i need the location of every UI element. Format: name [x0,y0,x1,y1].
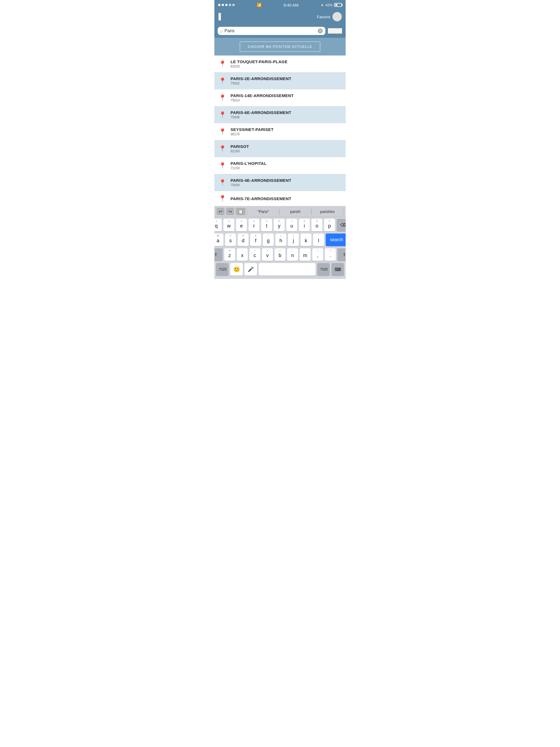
result-name: LE TOUQUET-PARIS-PLAGE [230,59,288,64]
pin-icon: 📍 [219,179,226,186]
pin-icon: 📍 [219,60,226,68]
shift-key[interactable]: ⇧ [214,248,223,261]
suggestion-2[interactable]: parish [279,208,311,215]
pin-icon: 📍 [219,128,226,135]
key-l[interactable]: "l [313,233,324,246]
result-text: PARISOT 82160 [230,144,249,153]
battery-percent: 42% [325,3,332,7]
result-name: PARIS-14E-ARRONDISSEMENT [230,93,294,98]
numbers-key-left[interactable]: .?123 [216,263,229,276]
key-v[interactable]: =v [262,248,273,261]
keyboard-row-3: ⇧ %z -x +c =v /b ;n :m !, ?. ⇧ [215,248,345,261]
key-question[interactable]: ?. [325,248,336,261]
back-button[interactable]: ‹ [218,12,221,21]
signal-dot-1 [218,4,221,6]
numbers-key-right[interactable]: .?123 [317,263,330,276]
key-i[interactable]: 8i [299,219,310,231]
result-name: PARISOT [230,144,249,149]
key-r[interactable]: 4r [249,219,259,231]
key-m[interactable]: :m [300,248,311,261]
result-item[interactable]: 📍 PARIS-14E-ARRONDISSEMENT 75014 [214,89,346,106]
key-a[interactable]: @a [214,233,223,246]
key-e[interactable]: 3e [236,219,247,231]
key-n[interactable]: ;n [287,248,298,261]
position-section: CHOISIR MA POSITON ACTUELLE [214,38,346,55]
result-name: PARIS-7E-ARRONDISSEMENT [230,196,291,201]
clear-button[interactable]: ✕ [318,28,323,33]
suggestion-3[interactable]: parishes [311,208,343,215]
key-g[interactable]: *g [263,233,274,246]
result-item[interactable]: 📍 PARISOT 82160 [214,140,346,157]
key-d[interactable]: $d [238,233,249,246]
result-item[interactable]: 📍 LE TOUQUET-PARIS-PLAGE 62520 [214,55,346,73]
key-q[interactable]: 1q [214,219,222,231]
result-item[interactable]: 📍 PARIS-6E-ARRONDISSEMENT 75006 [214,106,346,123]
search-input[interactable] [225,28,316,33]
result-name: PARIS-6E-ARRONDISSEMENT [230,110,291,115]
keyboard-area: ↩ ↪ 📋 "Paris" parish parishes 1q 2w 3e 4… [214,206,346,279]
result-text: PARIS-7E-ARRONDISSEMENT [230,196,291,201]
key-w[interactable]: 2w [223,219,234,231]
keyboard-row-1: 1q 2w 3e 4r 5t 6y 7u 8i 9o 0p ⌫ [215,219,345,231]
result-name: PARIS-2E-ARRONDISSEMENT [230,76,291,81]
key-z[interactable]: %z [224,248,235,261]
keyboard-toolbar: ↩ ↪ 📋 "Paris" parish parishes [214,206,346,217]
result-text: PARIS-6E-ARRONDISSEMENT 75006 [230,110,291,119]
suggestion-1[interactable]: "Paris" [247,208,279,215]
undo-button[interactable]: ↩ [217,208,225,215]
key-b[interactable]: /b [275,248,285,261]
key-o[interactable]: 9o [311,219,322,231]
status-time: 9:40 AM [284,3,299,7]
result-text: SEYSSINET-PARISET 38170 [230,127,274,136]
keyboard-row-2: @a #s $d &f *g (h )j -k "l search [215,233,345,246]
key-h[interactable]: (h [275,233,286,246]
result-item[interactable]: 📍 PARIS-L'HOPITAL 71150 [214,157,346,174]
result-item[interactable]: 📍 SEYSSINET-PARISET 38170 [214,123,346,140]
key-f[interactable]: &f [250,233,261,246]
microphone-key[interactable]: 🎤 [245,263,257,276]
key-j[interactable]: )j [288,233,299,246]
pin-icon: 📍 [219,195,226,202]
result-name: SEYSSINET-PARISET [230,127,274,132]
battery-fill [335,4,337,6]
current-position-button[interactable]: CHOISIR MA POSITON ACTUELLE [240,42,320,52]
signal-dot-3 [225,4,228,6]
result-item[interactable]: 📍 PARIS-4E-ARRONDISSEMENT 75004 [214,174,346,191]
result-item[interactable]: 📍 PARIS-2E-ARRONDISSEMENT 75002 [214,73,346,89]
search-input-wrapper[interactable]: ⌕ ✕ [218,27,325,35]
space-key[interactable] [259,263,315,276]
key-p[interactable]: 0p [324,219,335,231]
result-code: 82160 [230,149,249,153]
wifi-icon: 📶 [257,3,261,7]
key-k[interactable]: -k [301,233,311,246]
hide-keyboard-key[interactable]: ⌨ [331,263,344,276]
emoji-key[interactable]: 🙂 [230,263,243,276]
key-u[interactable]: 7u [286,219,297,231]
redo-button[interactable]: ↪ [226,208,234,215]
result-text: LE TOUQUET-PARIS-PLAGE 62520 [230,59,288,68]
shift-key-right[interactable]: ⇧ [337,248,346,261]
key-c[interactable]: +c [249,248,260,261]
result-code: 75004 [230,183,291,187]
key-t[interactable]: 5t [261,219,272,231]
backspace-key[interactable]: ⌫ [337,219,346,231]
result-code: 75002 [230,81,291,85]
result-code: 75006 [230,115,291,119]
cancel-button[interactable]: Cancel [328,28,342,34]
pin-icon: 📍 [219,145,226,152]
key-exclaim[interactable]: !, [312,248,323,261]
result-code: 71150 [230,166,266,170]
clipboard-button[interactable]: 📋 [236,208,246,215]
pin-icon: 📍 [219,94,226,101]
favoris-toggle[interactable] [332,12,342,21]
favoris-label: Favoris [317,15,330,19]
pin-icon: 📍 [219,111,226,119]
result-item[interactable]: 📍 PARIS-7E-ARRONDISSEMENT [214,191,346,206]
result-name: PARIS-4E-ARRONDISSEMENT [230,178,291,183]
nav-right: Favoris [317,12,342,21]
search-button[interactable]: search [326,233,346,246]
key-y[interactable]: 6y [274,219,285,231]
key-x[interactable]: -x [237,248,248,261]
key-s[interactable]: #s [225,233,236,246]
nav-bar: ‹ Favoris [214,10,346,25]
